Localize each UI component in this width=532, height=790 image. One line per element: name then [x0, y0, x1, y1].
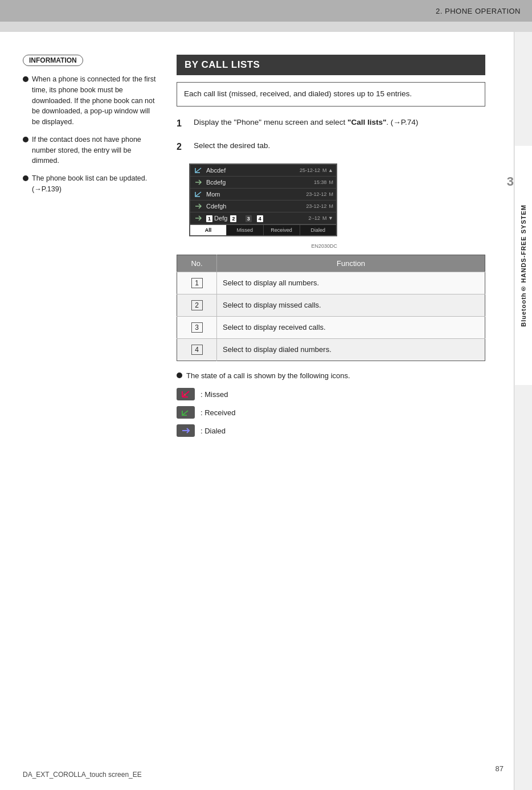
phone-tab-dialed: Dialed — [300, 225, 336, 235]
contact-date: 25-12-12 — [300, 167, 320, 173]
icon-legend-item-missed: ✕ : Missed — [177, 388, 485, 400]
bullet-dot — [23, 76, 28, 82]
icon-legend: ✕ : Missed : Received — [177, 388, 485, 437]
phone-row: Mom 23-12-12 M — [190, 189, 336, 200]
received-label: : Received — [200, 408, 235, 417]
phone-tab-all: All — [190, 225, 227, 235]
phone-row: Abcdef 25-12-12 M ▲ — [190, 165, 336, 177]
received-call-icon — [177, 406, 195, 419]
step-1: 1 Display the "Phone" menu screen and se… — [177, 117, 485, 131]
contact-name: Abcdef — [206, 167, 300, 174]
bullet-text: If the contact does not have phone numbe… — [32, 134, 159, 166]
note-bullet: The state of a call is shown by the foll… — [177, 370, 485, 382]
bullet-dot — [23, 137, 28, 142]
list-item: The phone book list can be updated. (→P.… — [23, 173, 159, 195]
header-title: 2. PHONE OPERATION — [436, 7, 521, 15]
phone-tab-missed: Missed — [227, 225, 263, 235]
side-label-text: Bluetooth® HANDS-FREE SYSTEM — [520, 204, 527, 327]
table-cell-no: 3 — [177, 316, 217, 338]
step-2: 2 Select the desired tab. — [177, 140, 485, 154]
table-cell-no: 1 — [177, 272, 217, 294]
phone-row: Cdefgh 23-12-12 M — [190, 200, 336, 212]
intro-box: Each call list (missed, received, and di… — [177, 82, 485, 107]
contact-name: Cdefgh — [206, 203, 306, 210]
table-cell-func: Select to display missed calls. — [217, 294, 485, 316]
table-row: 1 Select to display all numbers. — [177, 272, 485, 294]
section-header: BY CALL LISTS — [177, 55, 485, 75]
step-2-num: 2 — [177, 140, 189, 154]
num-box: 1 — [191, 278, 203, 288]
contact-date: 23-12-12 — [306, 191, 326, 197]
function-table: No. Function 1 Select to display all num… — [177, 255, 485, 361]
phone-row: 1 Defg 2 3 4 2·-12 M ▼ — [190, 212, 336, 224]
step-2-text: Select the desired tab. — [194, 140, 485, 152]
sub-bar — [0, 22, 532, 32]
num-box: 2 — [191, 300, 203, 310]
missed-call-icon: ✕ — [177, 388, 195, 400]
info-box-label: INFORMATION — [23, 55, 83, 66]
page-number: 87 — [496, 764, 504, 773]
svg-text:✕: ✕ — [183, 392, 187, 398]
call-icon — [193, 202, 203, 210]
contact-name: Bcdefg — [206, 179, 314, 186]
table-cell-func: Select to display received calls. — [217, 316, 485, 338]
contact-name: Mom — [206, 191, 306, 198]
phone-screen-mockup: Abcdef 25-12-12 M ▲ Bcdefg 15:38 M — [189, 163, 337, 236]
table-row: 3 Select to display received calls. — [177, 316, 485, 338]
icon-legend-item-dialed: : Dialed — [177, 424, 485, 437]
bullet-dot — [23, 175, 28, 181]
phone-tabs: All Missed Received Dialed — [190, 224, 336, 235]
contact-date: 23-12-12 — [306, 203, 326, 209]
table-cell-func: Select to display all numbers. — [217, 272, 485, 294]
contact-mark: M — [329, 191, 334, 197]
dialed-call-icon — [177, 424, 195, 437]
phone-row: Bcdefg 15:38 M — [190, 177, 336, 189]
bullet-text: The phone book list can be updated. (→P.… — [32, 173, 159, 195]
table-header-row: No. Function — [177, 255, 485, 272]
bullet-list: When a phone is connected for the first … — [23, 74, 159, 195]
list-item: If the contact does not have phone numbe… — [23, 134, 159, 166]
header-bar: 2. PHONE OPERATION — [0, 0, 532, 22]
phone-tab-received: Received — [264, 225, 300, 235]
screen-caption: EN2030DC — [189, 243, 337, 249]
missed-label: : Missed — [200, 390, 228, 399]
table-cell-no: 4 — [177, 338, 217, 361]
footer-text: DA_EXT_COROLLA_touch screen_EE — [23, 771, 142, 779]
contact-mark: M ▼ — [322, 215, 333, 221]
contact-mark: M ▲ — [322, 167, 333, 173]
dialed-label: : Dialed — [200, 427, 226, 435]
contact-date: 2·-12 — [309, 215, 321, 221]
table-col-func: Function — [217, 255, 485, 272]
chapter-number: 3 — [507, 174, 514, 189]
table-cell-no: 2 — [177, 294, 217, 316]
contact-date: 15:38 — [314, 179, 327, 185]
list-item: When a phone is connected for the first … — [23, 74, 159, 128]
note-dot — [177, 373, 182, 378]
call-icon — [193, 178, 203, 186]
table-cell-func: Select to display dialed numbers. — [217, 338, 485, 361]
contact-mark: M — [329, 203, 334, 209]
table-row: 2 Select to display missed calls. — [177, 294, 485, 316]
right-column: BY CALL LISTS Each call list (missed, re… — [177, 55, 485, 443]
icon-legend-item-received: : Received — [177, 406, 485, 419]
left-column: INFORMATION When a phone is connected fo… — [23, 55, 159, 443]
step-1-num: 1 — [177, 117, 189, 131]
call-icon — [193, 166, 203, 174]
main-content: INFORMATION When a phone is connected fo… — [0, 32, 514, 465]
contact-name: 1 Defg 2 3 4 — [206, 215, 309, 222]
num-box: 4 — [191, 345, 203, 355]
right-border: Bluetooth® HANDS-FREE SYSTEM 3 — [514, 32, 532, 790]
side-label-container: Bluetooth® HANDS-FREE SYSTEM — [515, 146, 532, 385]
call-icon — [193, 214, 203, 222]
num-box: 3 — [191, 322, 203, 333]
contact-mark: M — [329, 179, 334, 185]
call-icon — [193, 190, 203, 198]
note-text: The state of a call is shown by the foll… — [186, 370, 350, 382]
table-col-no: No. — [177, 255, 217, 272]
bullet-text: When a phone is connected for the first … — [32, 74, 159, 128]
step-1-text: Display the "Phone" menu screen and sele… — [194, 117, 485, 129]
table-row: 4 Select to display dialed numbers. — [177, 338, 485, 361]
